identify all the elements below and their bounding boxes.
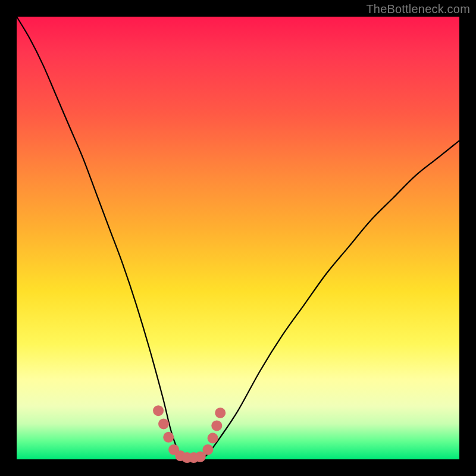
curve-svg [17,17,459,459]
valley-marker [163,432,174,443]
valley-marker [208,433,218,443]
watermark-text: TheBottleneck.com [366,2,470,16]
valley-marker [215,408,226,418]
plot-area [17,17,459,459]
valley-marker [158,418,169,429]
valley-marker [153,405,164,416]
bottleneck-curve [17,17,459,460]
bottleneck-markers [153,405,226,463]
valley-marker [202,444,213,455]
chart-frame: TheBottleneck.com [0,0,476,476]
valley-marker [211,420,222,431]
